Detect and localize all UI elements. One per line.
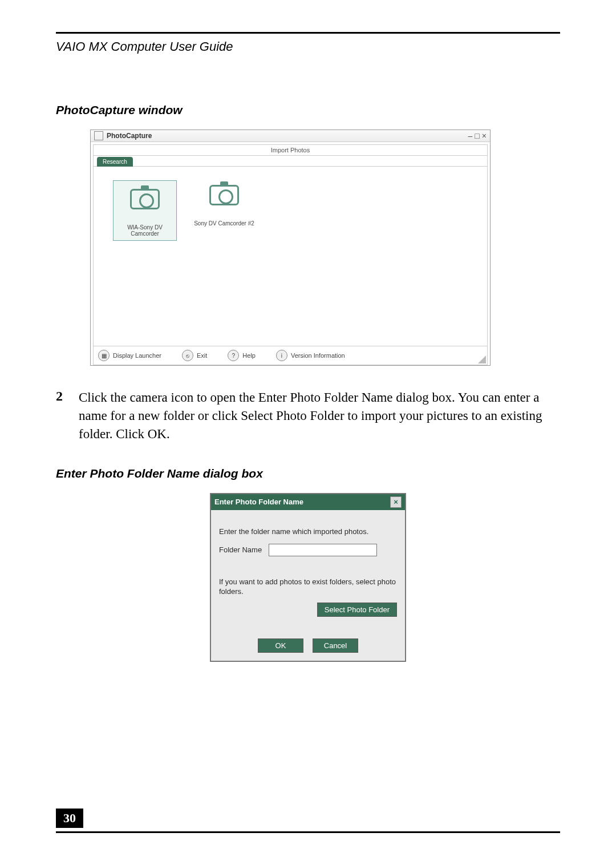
step-number: 2 [56,389,79,444]
step-text: Click the camera icon to open the Enter … [79,389,560,444]
device-item-1[interactable]: WIA-Sony DV Camcorder [113,180,177,241]
camera-icon [128,184,162,212]
folder-name-label: Folder Name [219,545,262,554]
select-photo-folder-button[interactable]: Select Photo Folder [317,603,397,617]
tab-research[interactable]: Research [97,157,133,167]
door-icon: ⎋ [182,350,193,361]
app-icon [94,131,103,140]
dialog-titlebar[interactable]: Enter Photo Folder Name × [211,494,405,510]
page-footer: 30 [56,809,560,833]
help-label: Help [242,352,256,359]
running-head: VAIO MX Computer User Guide [56,39,560,54]
devices-pane: WIA-Sony DV Camcorder Sony DV Camcorder … [93,167,488,346]
photocapture-window: PhotoCapture – □ × Import Photos Researc… [90,130,491,366]
device-label: WIA-Sony DV Camcorder [114,224,176,237]
help-icon: ? [228,350,239,361]
maximize-button[interactable]: □ [475,131,479,140]
info-icon: i [276,350,287,361]
exist-folders-text: If you want to add photos to exist folde… [219,577,397,597]
photocapture-titlebar[interactable]: PhotoCapture – □ × [91,130,490,142]
version-info-button[interactable]: i Version Information [276,350,345,361]
resize-grip[interactable] [478,355,486,363]
exit-label: Exit [197,352,207,359]
display-launcher-label: Display Launcher [113,352,161,359]
enter-folder-dialog: Enter Photo Folder Name × Enter the fold… [210,493,406,662]
top-rule [56,32,560,34]
section-title-photocapture: PhotoCapture window [56,103,560,117]
dialog-title: Enter Photo Folder Name [214,498,303,506]
dialog-prompt: Enter the folder name which imported pho… [219,527,397,536]
version-info-label: Version Information [291,352,345,359]
dialog-close-button[interactable]: × [390,496,402,508]
step-2: 2 Click the camera icon to open the Ente… [56,389,560,444]
bottom-rule [56,831,560,833]
cancel-button[interactable]: Cancel [313,638,358,653]
photocapture-footer: ▦ Display Launcher ⎋ Exit ? Help i Versi… [93,346,488,365]
minimize-button[interactable]: – [468,131,473,140]
photocapture-title: PhotoCapture [107,132,152,140]
section-title-enter-folder: Enter Photo Folder Name dialog box [56,467,560,480]
help-button[interactable]: ? Help [228,350,256,361]
tabs-row: Research [93,155,488,167]
page-number: 30 [56,809,83,828]
display-launcher-button[interactable]: ▦ Display Launcher [98,350,161,361]
device-label: Sony DV Camcorder #2 [193,220,256,227]
close-button[interactable]: × [482,131,487,140]
grid-icon: ▦ [98,350,110,361]
ok-button[interactable]: OK [258,638,303,653]
folder-name-input[interactable] [269,544,377,556]
import-photos-header: Import Photos [93,144,488,155]
device-item-2[interactable]: Sony DV Camcorder #2 [193,180,256,227]
camera-icon [207,180,241,208]
exit-button[interactable]: ⎋ Exit [182,350,207,361]
